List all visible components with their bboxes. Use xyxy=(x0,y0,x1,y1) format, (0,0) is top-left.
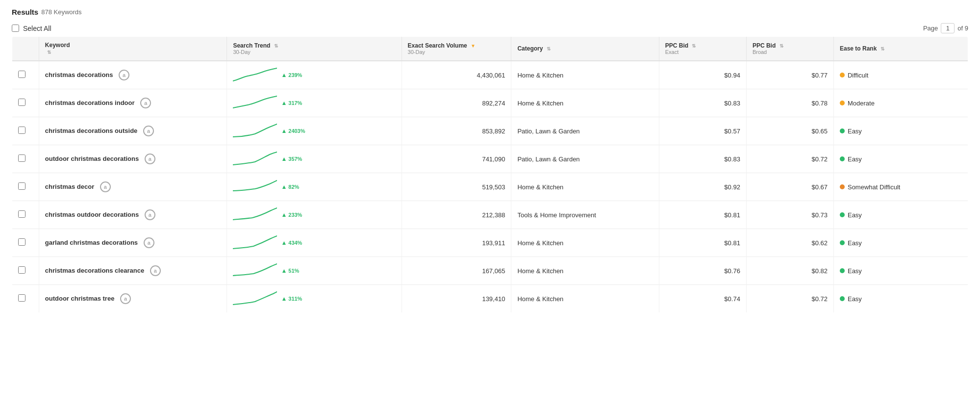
ease-dot-icon xyxy=(840,240,845,245)
row-checkbox-cell xyxy=(12,173,39,201)
keyword-text: outdoor christmas tree xyxy=(45,295,115,302)
th-keyword[interactable]: Keyword ⇅ xyxy=(39,37,227,61)
row-checkbox-4[interactable] xyxy=(18,182,25,190)
row-checkbox-cell xyxy=(12,257,39,285)
ease-dot-icon xyxy=(840,101,845,105)
sparkline-chart xyxy=(233,95,277,111)
sparkline-chart xyxy=(233,263,277,279)
category-cell: Patio, Lawn & Garden xyxy=(511,117,659,145)
row-checkbox-cell xyxy=(12,117,39,145)
trend-percentage: ▲ 317% xyxy=(281,100,302,106)
keyword-cell: garland christmas decorations a xyxy=(39,229,227,257)
ease-label: Easy xyxy=(848,211,862,219)
row-checkbox-7[interactable] xyxy=(18,266,25,274)
trend-percentage: ▲ 357% xyxy=(281,155,302,162)
th-trend[interactable]: Search Trend ⇅ 30-Day xyxy=(227,37,402,61)
trend-arrow-icon: ▲ xyxy=(281,239,287,246)
sparkline-chart xyxy=(233,67,277,83)
trend-percentage: ▲ 51% xyxy=(281,267,299,274)
ppc-exact-cell: $0.83 xyxy=(659,145,746,173)
keyword-text: christmas decorations xyxy=(45,71,113,78)
trend-arrow-icon: ▲ xyxy=(281,267,287,274)
row-checkbox-0[interactable] xyxy=(18,71,25,78)
ease-label: Easy xyxy=(848,155,862,163)
ppc-exact-cell: $0.94 xyxy=(659,61,746,89)
th-ppc-broad[interactable]: PPC Bid ⇅ Broad xyxy=(746,37,833,61)
ease-cell: Easy xyxy=(833,201,968,229)
table-row: christmas decorations clearance a ▲ 51% … xyxy=(12,257,968,285)
trend-cell: ▲ 434% xyxy=(227,229,402,257)
results-count: 878 Keywords xyxy=(41,8,81,16)
ease-cell: Difficult xyxy=(833,61,968,89)
trend-arrow-icon: ▲ xyxy=(281,295,287,302)
keywords-table: Keyword ⇅ Search Trend ⇅ 30-Day Exact Se… xyxy=(12,36,968,313)
trend-percentage: ▲ 233% xyxy=(281,211,302,218)
results-title: Results xyxy=(12,8,38,16)
th-category[interactable]: Category ⇅ xyxy=(511,37,659,61)
ppc-broad-cell: $0.67 xyxy=(746,173,833,201)
row-checkbox-cell xyxy=(12,89,39,117)
ease-dot-icon xyxy=(840,296,845,301)
page-current[interactable]: 1 xyxy=(941,23,955,33)
ease-cell: Easy xyxy=(833,285,968,313)
row-checkbox-cell xyxy=(12,285,39,313)
trend-percentage: ▲ 434% xyxy=(281,239,302,246)
keyword-text: christmas decorations outside xyxy=(45,127,138,134)
amazon-icon: a xyxy=(140,98,151,108)
ppc-broad-cell: $0.82 xyxy=(746,257,833,285)
trend-percentage: ▲ 311% xyxy=(281,295,302,302)
category-cell: Home & Kitchen xyxy=(511,89,659,117)
row-checkbox-cell xyxy=(12,61,39,89)
ease-cell: Easy xyxy=(833,257,968,285)
volume-cell: 741,090 xyxy=(402,145,511,173)
select-all-checkbox[interactable] xyxy=(12,25,19,32)
ppc-exact-cell: $0.81 xyxy=(659,201,746,229)
ease-label: Easy xyxy=(848,295,862,303)
row-checkbox-5[interactable] xyxy=(18,210,25,218)
th-ppc-exact[interactable]: PPC Bid ⇅ Exact xyxy=(659,37,746,61)
keyword-cell: christmas outdoor decorations a xyxy=(39,201,227,229)
th-volume[interactable]: Exact Search Volume ▼ 30-Day xyxy=(402,37,511,61)
volume-cell: 892,274 xyxy=(402,89,511,117)
keyword-cell: outdoor christmas tree a xyxy=(39,285,227,313)
trend-arrow-icon: ▲ xyxy=(281,155,287,162)
th-ease[interactable]: Ease to Rank ⇅ xyxy=(833,37,968,61)
amazon-icon: a xyxy=(120,293,131,304)
row-checkbox-6[interactable] xyxy=(18,238,25,246)
category-cell: Home & Kitchen xyxy=(511,257,659,285)
trend-arrow-icon: ▲ xyxy=(281,183,287,190)
amazon-icon: a xyxy=(145,209,155,220)
trend-cell: ▲ 82% xyxy=(227,173,402,201)
ease-cell: Easy xyxy=(833,229,968,257)
trend-cell: ▲ 233% xyxy=(227,201,402,229)
table-row: outdoor christmas tree a ▲ 311% 139,410 … xyxy=(12,285,968,313)
sparkline-chart xyxy=(233,291,277,307)
row-checkbox-cell xyxy=(12,229,39,257)
pagination-info: Page 1 of 9 xyxy=(923,23,968,33)
amazon-icon: a xyxy=(143,126,154,136)
category-cell: Home & Kitchen xyxy=(511,285,659,313)
row-checkbox-cell xyxy=(12,145,39,173)
select-all-left: Select All xyxy=(12,25,51,32)
row-checkbox-cell xyxy=(12,201,39,229)
trend-cell: ▲ 311% xyxy=(227,285,402,313)
sparkline-chart xyxy=(233,235,277,251)
ppc-broad-cell: $0.72 xyxy=(746,285,833,313)
row-checkbox-1[interactable] xyxy=(18,99,25,106)
amazon-icon: a xyxy=(100,181,111,192)
trend-cell: ▲ 357% xyxy=(227,145,402,173)
th-checkbox xyxy=(12,37,39,61)
trend-cell: ▲ 239% xyxy=(227,61,402,89)
ease-dot-icon xyxy=(840,156,845,161)
row-checkbox-2[interactable] xyxy=(18,127,25,134)
row-checkbox-8[interactable] xyxy=(18,294,25,302)
ppc-exact-cell: $0.74 xyxy=(659,285,746,313)
trend-cell: ▲ 317% xyxy=(227,89,402,117)
ease-label: Somewhat Difficult xyxy=(848,183,900,191)
category-cell: Patio, Lawn & Garden xyxy=(511,145,659,173)
ppc-exact-cell: $0.76 xyxy=(659,257,746,285)
row-checkbox-3[interactable] xyxy=(18,154,25,162)
ppc-exact-cell: $0.57 xyxy=(659,117,746,145)
volume-cell: 853,892 xyxy=(402,117,511,145)
ease-dot-icon xyxy=(840,128,845,133)
